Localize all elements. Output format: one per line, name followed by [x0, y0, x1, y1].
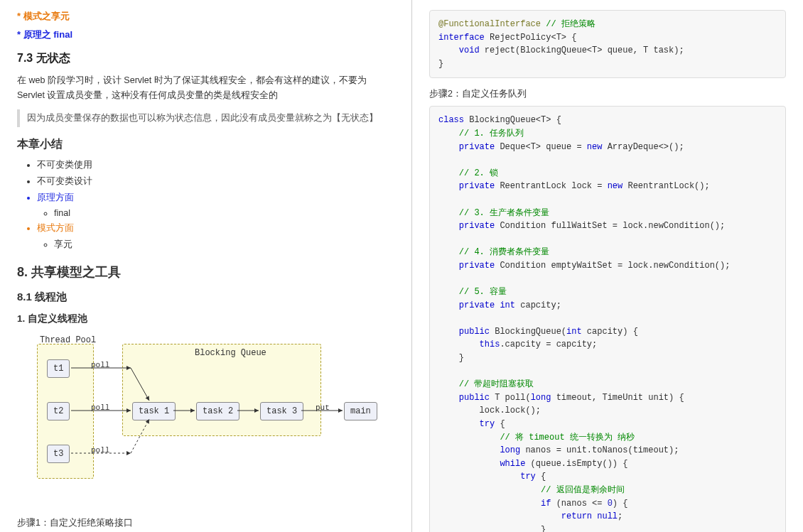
right-column: @FunctionalInterface // 拒绝策略 interface R… — [412, 0, 803, 532]
link-principle-final[interactable]: * 原理之 final — [17, 28, 394, 41]
list-item: 享元 — [54, 239, 394, 251]
code-reject-policy: @FunctionalInterface // 拒绝策略 interface R… — [429, 10, 786, 78]
link-pattern-flyweight[interactable]: * 模式之享元 — [17, 10, 394, 23]
pool-label: Thread Pool — [40, 335, 96, 345]
blockquote-stateless: 因为成员变量保存的数据也可以称为状态信息，因此没有成员变量就称之为【无状态】 — [17, 109, 394, 127]
edge-poll: poll — [91, 361, 109, 369]
list-item: 不可变类设计 — [37, 175, 394, 188]
heading-8-1-1: 1. 自定义线程池 — [17, 313, 394, 325]
edge-put: put — [316, 403, 330, 412]
heading-7-3: 7.3 无状态 — [17, 51, 394, 66]
main-box: main — [344, 402, 377, 420]
paragraph-7-3: 在 web 阶段学习时，设计 Servlet 时为了保证其线程安全，都会有这样的… — [17, 73, 394, 104]
list-item-pattern[interactable]: 模式方面 — [37, 222, 394, 234]
step2-label: 步骤2：自定义任务队列 — [429, 88, 786, 100]
thread-t2: t2 — [47, 402, 70, 420]
heading-8-1: 8.1 线程池 — [17, 291, 394, 304]
queue-label: Blocking Queue — [195, 348, 266, 358]
task-3: task 3 — [260, 402, 303, 420]
thread-t1: t1 — [47, 359, 70, 378]
list-item: final — [54, 208, 394, 218]
code-blocking-queue: class BlockingQueue<T> { // 1. 任务队列 priv… — [429, 106, 786, 532]
summary-list: 不可变类使用 不可变类设计 原理方面 final 模式方面 享元 — [17, 159, 394, 251]
list-item: 不可变类使用 — [37, 159, 394, 171]
left-column: * 模式之享元 * 原理之 final 7.3 无状态 在 web 阶段学习时，… — [0, 0, 412, 532]
edge-poll: poll — [91, 403, 109, 412]
task-1: task 1 — [132, 402, 176, 420]
heading-summary: 本章小结 — [17, 137, 394, 152]
thread-pool-diagram: Thread Pool Blocking Queue t1 t2 t3 task… — [17, 335, 394, 492]
task-2: task 2 — [196, 402, 239, 420]
thread-t3: t3 — [47, 445, 70, 463]
edge-poll: poll — [91, 446, 109, 455]
list-item-principle[interactable]: 原理方面 — [37, 192, 394, 204]
heading-8: 8. 共享模型之工具 — [17, 264, 394, 281]
step1-label: 步骤1：自定义拒绝策略接口 — [17, 517, 394, 529]
